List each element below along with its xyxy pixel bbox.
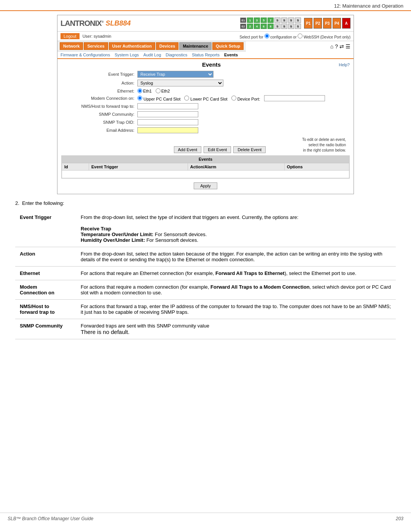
col-id: Id (62, 163, 89, 171)
nav-user-auth[interactable]: User Authentication (109, 42, 155, 50)
nav-quick-setup[interactable]: Quick Setup (212, 42, 244, 50)
user-label: User: (83, 34, 92, 38)
desc-row-nms: NMS/Host toforward trap to For actions t… (15, 300, 396, 319)
logout-button[interactable]: Logout (61, 33, 80, 39)
snmp-community-input[interactable] (137, 111, 198, 117)
email-input[interactable] (137, 127, 198, 133)
help-link[interactable]: Help? (339, 62, 350, 67)
snmp-community-label: SNMP Community: (61, 112, 137, 117)
nav-network[interactable]: Network (60, 42, 83, 50)
event-trigger-row: Event Trigger: Receive Trap Temperature … (61, 71, 350, 78)
p1-button[interactable]: P1 (304, 18, 312, 29)
port-4: 4 (254, 24, 260, 29)
email-row: Email Address: (61, 127, 350, 133)
events-section: Events Help? Event Trigger: Receive Trap… (57, 59, 354, 194)
event-trigger-label: Event Trigger: (61, 72, 137, 77)
fwd-modem-bold: Forward All Traps to a Modem Connection (210, 284, 309, 290)
note-text: To edit or delete an event, select the r… (302, 137, 350, 153)
desc-row-event-trigger: Event Trigger From the drop-down list, s… (15, 211, 396, 247)
p-buttons: P1 P2 P3 P4 A (304, 18, 350, 29)
p3-button[interactable]: P3 (323, 18, 331, 29)
help-icon[interactable]: ? (335, 43, 338, 50)
subnav-system-logs[interactable]: System Logs (115, 53, 139, 57)
footer-right: 203 (396, 516, 403, 521)
modem-label: Modem Connection on: (61, 96, 137, 101)
eth1-label: Eth1 (137, 88, 152, 93)
eth2-radio[interactable] (156, 88, 161, 93)
edit-event-button[interactable]: Edit Event (204, 146, 231, 153)
apply-button[interactable]: Apply (194, 182, 217, 189)
chapter-title: 12: Maintenance and Operation (334, 3, 403, 9)
p4-button[interactable]: P4 (333, 18, 341, 29)
device-panel: LANTRONIX® SLB884 E1 1 3 5 7 S S S (57, 15, 354, 194)
chapter-header: 12: Maintenance and Operation (0, 0, 411, 11)
events-table: Id Event Trigger Action/Alarm Options (62, 163, 349, 178)
add-event-button[interactable]: Add Event (174, 146, 202, 153)
sub-nav: Firmware & Configurations System Logs Au… (57, 51, 354, 59)
modem-options: Upper PC Card Slot Lower PC Card Slot De… (137, 95, 325, 101)
logo-text: LANTRONIX® (61, 19, 104, 28)
nav-maintenance[interactable]: Maintenance (179, 42, 212, 50)
ethernet-label: Ethernet: (61, 89, 137, 93)
config-radio[interactable] (264, 34, 269, 38)
home-icon[interactable]: ⌂ (330, 43, 333, 50)
step2-section: 2. Enter the following: Event Trigger Fr… (15, 200, 396, 339)
device-port-radio[interactable] (231, 96, 236, 101)
device-port-input[interactable] (264, 95, 325, 101)
delete-event-button[interactable]: Delete Event (233, 146, 266, 153)
snmp-oid-input[interactable] (137, 119, 198, 125)
desc-row-modem: ModemConnection on For actions that requ… (15, 280, 396, 300)
subnav-diagnostics[interactable]: Diagnostics (166, 53, 187, 57)
nms-input[interactable] (137, 103, 198, 109)
nav-bar: Network Services User Authentication Dev… (57, 41, 246, 51)
lower-pc-label: Lower PC Card Slot (184, 96, 227, 101)
nav-devices[interactable]: Devices (156, 42, 179, 50)
port-s4: S (295, 18, 301, 23)
port-s7: S (288, 24, 294, 29)
fwd-eth-bold: Forward All Traps to Ethernet (215, 270, 285, 276)
port-e1: E1 (240, 18, 246, 23)
term-snmp-community: SNMP Community (15, 319, 76, 339)
lower-pc-radio[interactable] (184, 96, 189, 101)
ethernet-row: Ethernet: Eth1 Eth2 (61, 88, 350, 93)
nms-label: NMS/Host to forward trap to: (61, 104, 137, 109)
nms-row: NMS/Host to forward trap to: (61, 103, 350, 109)
user-info: User: sysadmin (83, 34, 112, 38)
subnav-audit-log[interactable]: Audit Log (143, 53, 161, 57)
col-action-alarm: Action/Alarm (188, 163, 284, 171)
page-footer: SLB™ Branch Office Manager User Guide 20… (0, 513, 411, 524)
subnav-events[interactable]: Events (224, 53, 238, 57)
upper-pc-radio[interactable] (137, 96, 142, 101)
port-s1: S (274, 18, 280, 23)
event-trigger-select[interactable]: Receive Trap Temperature Over/Under Limi… (137, 71, 213, 78)
subnav-firmware[interactable]: Firmware & Configurations (61, 53, 110, 57)
transfer-icon[interactable]: ⇄ (339, 43, 344, 50)
port-3: 3 (254, 18, 260, 23)
eth1-radio[interactable] (137, 88, 142, 93)
snmp-oid-row: SNMP Trap OID: (61, 119, 350, 125)
def-action: From the drop-down list, select the acti… (76, 247, 396, 267)
def-nms: For actions that forward a trap, enter t… (76, 300, 396, 319)
port-7: 7 (268, 18, 274, 23)
select-port-info: Select port for configuration or WebSSH … (239, 34, 350, 39)
temp-limit-bold: Temperature Over/Under Limit: (81, 232, 153, 237)
step-intro: 2. Enter the following: (15, 200, 396, 206)
def-snmp-community: Forwarded traps are sent with this SNMP … (76, 319, 396, 339)
desc-row-snmp-community: SNMP Community Forwarded traps are sent … (15, 319, 396, 339)
model-name: SLB884 (106, 19, 131, 27)
p2-button[interactable]: P2 (314, 18, 322, 29)
humidity-limit-bold: Humidity Over/Under Limit: (81, 237, 145, 243)
no-default-text: There is no default. (81, 329, 129, 335)
ethernet-radio-group: Eth1 Eth2 (137, 88, 170, 93)
footer-left: SLB™ Branch Office Manager User Guide (8, 516, 93, 521)
subnav-status-reports[interactable]: Status Reports (192, 53, 220, 57)
port-s6: S (281, 24, 287, 29)
menu-icon[interactable]: ☰ (346, 43, 350, 50)
def-event-trigger: From the drop-down list, select the type… (76, 211, 396, 247)
pa-button[interactable]: A (342, 18, 350, 29)
action-row: Action: Syslog Forward All Traps to Ethe… (61, 80, 350, 86)
action-select[interactable]: Syslog Forward All Traps to Ethernet For… (137, 80, 223, 86)
nav-services[interactable]: Services (84, 42, 108, 50)
port-s2: S (281, 18, 287, 23)
webssh-radio[interactable] (298, 34, 303, 38)
